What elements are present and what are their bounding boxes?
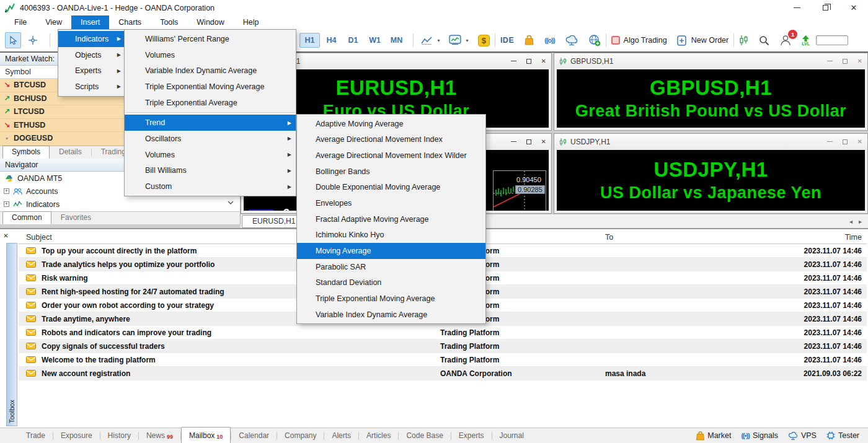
indicators-group-trend[interactable]: Trend▶ <box>125 115 296 131</box>
chart-minimize-button[interactable] <box>827 141 833 142</box>
chart-close-button[interactable]: ✕ <box>541 138 546 145</box>
ide-button[interactable]: IDE <box>500 36 514 45</box>
chevron-down-icon[interactable] <box>228 201 234 204</box>
toolbox-tab-trade[interactable]: Trade <box>19 429 53 443</box>
insert-menu-item-experts[interactable]: Experts▶ <box>58 63 125 79</box>
market-watch-tab-details[interactable]: Details <box>50 146 91 159</box>
status-signals[interactable]: ((•)) Signals <box>741 431 778 440</box>
trend-menu-item-average-directional-movement-index-wilder[interactable]: Average Directional Movement Index Wilde… <box>297 147 485 164</box>
close-toolbox-icon[interactable]: ✕ <box>2 232 10 240</box>
indicators-menu-item-triple-exponential-average[interactable]: Triple Exponential Average <box>125 95 296 111</box>
candlestick-icon[interactable] <box>739 35 749 46</box>
tab-scroll-left-icon[interactable]: ◂ <box>849 218 852 225</box>
chart-area-usdjpy[interactable]: USDJPY,H1 US Dollar vs Japanese Yen <box>557 150 865 211</box>
market-bag-icon[interactable] <box>524 35 534 46</box>
indicator-dropdown-icon[interactable]: ▼ <box>465 38 469 43</box>
column-to[interactable]: To <box>598 233 763 242</box>
mailbox-row[interactable]: Copy signals of successful tradersTradin… <box>19 340 867 353</box>
chart-titlebar-usdjpy[interactable]: USDJPY,H1 ✕ <box>554 134 867 149</box>
toolbox-tab-articles[interactable]: Articles <box>359 429 398 443</box>
search-icon[interactable] <box>759 35 769 46</box>
community-globe-icon[interactable] <box>588 34 601 46</box>
insert-menu-item-indicators[interactable]: Indicators▶ <box>58 31 125 47</box>
indicators-group-oscillators[interactable]: Oscillators▶ <box>125 131 296 147</box>
trend-menu-item-fractal-adaptive-moving-average[interactable]: Fractal Adaptive Moving Average <box>297 211 485 227</box>
notifications-profile-icon[interactable]: 1 <box>779 34 792 46</box>
menu-window[interactable]: Window <box>187 15 233 29</box>
chart-close-button[interactable]: ✕ <box>541 58 546 64</box>
toolbox-side-tab[interactable]: Toolbox <box>6 243 17 426</box>
market-watch-tab-symbols[interactable]: Symbols <box>2 146 50 159</box>
chart-minimize-button[interactable] <box>827 61 833 61</box>
toolbox-tab-calendar[interactable]: Calendar <box>231 429 277 443</box>
expand-icon[interactable]: + <box>4 201 9 207</box>
expand-icon[interactable]: + <box>4 188 9 194</box>
indicator-insert-button[interactable] <box>447 32 463 48</box>
indicators-group-bill-williams[interactable]: Bill Williams▶ <box>125 163 296 179</box>
chart-titlebar-gbpusd[interactable]: GBPUSD,H1 ✕ <box>554 53 867 69</box>
navigator-tab-favorites[interactable]: Favorites <box>51 211 100 224</box>
timeframe-h4[interactable]: H4 <box>321 33 342 48</box>
status-tester[interactable]: Tester <box>826 431 859 440</box>
toolbox-tab-history[interactable]: History <box>100 429 138 443</box>
window-close-button[interactable]: ✕ <box>839 0 868 15</box>
chart-close-button[interactable]: ✕ <box>857 58 862 64</box>
trend-menu-item-variable-index-dynamic-average[interactable]: Variable Index Dynamic Average <box>297 307 485 323</box>
tab-scroll-right-icon[interactable]: ▸ <box>859 218 862 225</box>
deposit-icon[interactable]: $ <box>478 35 490 46</box>
toolbox-tab-experts[interactable]: Experts <box>451 429 492 443</box>
menu-view[interactable]: View <box>36 15 71 29</box>
signals-broadcast-icon[interactable]: ((o)) <box>544 37 554 44</box>
chart-maximize-button[interactable] <box>526 139 531 144</box>
indicators-menu-item-williams-percent-range[interactable]: Williams' Percent Range <box>125 31 296 47</box>
timeframe-d1[interactable]: D1 <box>343 33 363 48</box>
status-vps[interactable]: VPS <box>788 431 817 440</box>
lvl-icon[interactable]: LVL <box>802 35 810 46</box>
toolbox-tab-exposure[interactable]: Exposure <box>53 429 100 443</box>
status-market[interactable]: Market <box>696 431 731 441</box>
navigator-item-indicators[interactable]: + Indicators <box>0 198 240 211</box>
indicators-menu-item-variable-index-dynamic-average[interactable]: Variable Index Dynamic Average <box>125 63 296 79</box>
new-order-icon[interactable] <box>677 35 688 46</box>
chart-area-gbpusd[interactable]: GBPUSD,H1 Great British Pound vs US Doll… <box>557 69 865 128</box>
new-order-button[interactable]: New Order <box>691 36 728 45</box>
toolbox-tab-journal[interactable]: Journal <box>492 429 531 443</box>
chart-maximize-button[interactable] <box>526 59 531 64</box>
trend-menu-item-double-exponential-moving-average[interactable]: Double Exponential Moving Average <box>297 180 485 196</box>
trend-menu-item-average-directional-movement-index[interactable]: Average Directional Movement Index <box>297 132 485 148</box>
navigator-tab-common[interactable]: Common <box>2 211 51 224</box>
indicators-group-custom[interactable]: Custom▶ <box>125 178 296 195</box>
trend-menu-item-triple-exponential-moving-average[interactable]: Triple Exponential Moving Average <box>297 291 485 307</box>
chart-maximize-button[interactable] <box>843 139 848 144</box>
toolbox-tab-mailbox[interactable]: Mailbox10 <box>181 427 231 443</box>
line-studies-button[interactable] <box>418 32 435 48</box>
cloud-icon[interactable] <box>565 35 578 45</box>
chart-minimize-button[interactable] <box>511 61 516 61</box>
indicators-group-volumes[interactable]: Volumes▶ <box>125 147 296 163</box>
window-minimize-button[interactable] <box>782 0 811 15</box>
insert-menu-item-scripts[interactable]: Scripts▶ <box>58 79 125 95</box>
trend-menu-item-bollinger-bands[interactable]: Bollinger Bands <box>297 164 485 180</box>
crosshair-tool-button[interactable] <box>25 32 41 48</box>
chart-close-button[interactable]: ✕ <box>857 138 862 145</box>
toolbox-tab-news[interactable]: News99 <box>139 429 180 443</box>
mailbox-row[interactable]: Robots and indicators can improve your t… <box>19 326 867 340</box>
mailbox-row[interactable]: Welcome to the trading platformTrading P… <box>19 353 867 367</box>
timeframe-h1[interactable]: H1 <box>299 33 320 48</box>
insert-menu-item-objects[interactable]: Objects▶ <box>58 47 125 63</box>
toolbox-tab-company[interactable]: Company <box>277 429 324 443</box>
trend-menu-item-ichimoku-kinko-hyo[interactable]: Ichimoku Kinko Hyo <box>297 227 485 243</box>
chart-maximize-button[interactable] <box>843 59 848 64</box>
algo-trading-icon[interactable] <box>611 36 620 45</box>
indicators-menu-item-triple-exponential-moving-average[interactable]: Triple Exponential Moving Average <box>125 79 296 95</box>
column-time[interactable]: Time <box>763 233 867 242</box>
timeframe-w1[interactable]: W1 <box>365 33 385 48</box>
toolbox-tab-alerts[interactable]: Alerts <box>324 429 358 443</box>
timeframe-mn[interactable]: MN <box>386 33 407 48</box>
menu-insert[interactable]: Insert <box>71 15 109 29</box>
window-maximize-button[interactable] <box>811 0 839 15</box>
menu-help[interactable]: Help <box>234 15 268 29</box>
trend-menu-item-envelopes[interactable]: Envelopes <box>297 195 485 211</box>
mailbox-row[interactable]: New account registrationOANDA Corporatio… <box>19 367 867 380</box>
menu-charts[interactable]: Charts <box>109 15 151 29</box>
